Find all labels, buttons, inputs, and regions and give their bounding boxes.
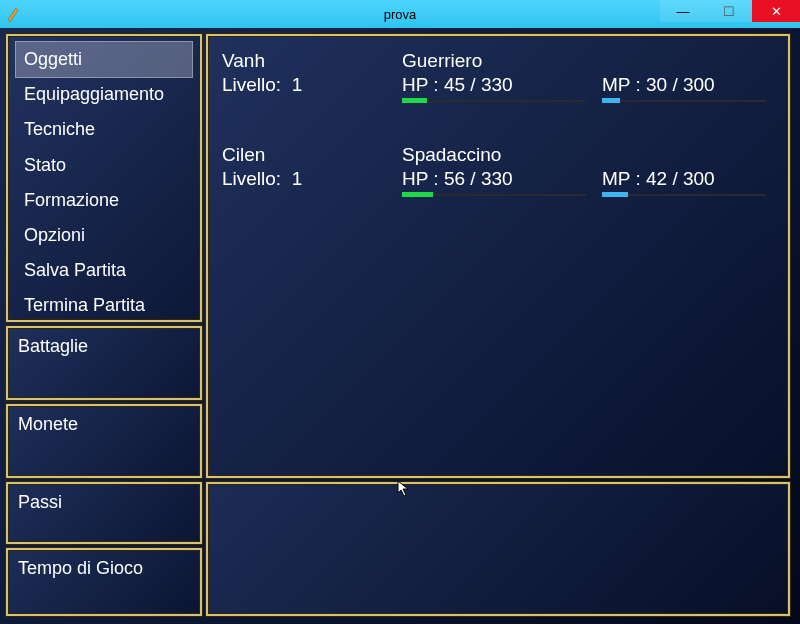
menu-item-items[interactable]: Oggetti (16, 42, 192, 77)
menu-item-label: Formazione (24, 190, 119, 210)
character-level: Livello: 1 (222, 74, 402, 96)
menu-item-end-game[interactable]: Termina Partita (16, 288, 192, 323)
mp-gauge-fill (602, 98, 620, 103)
maximize-button[interactable]: ☐ (706, 0, 752, 22)
hp-gauge-bg (402, 100, 586, 102)
minimize-button[interactable]: — (660, 0, 706, 22)
help-panel (206, 482, 790, 616)
character-hp: HP : 56 / 330 (402, 168, 602, 190)
coins-panel: Monete (6, 404, 202, 478)
character-class: Spadaccino (402, 144, 602, 166)
menu-item-options[interactable]: Opzioni (16, 218, 192, 253)
window-title: prova (384, 7, 417, 22)
character-class: Guerriero (402, 50, 602, 72)
menu-item-equipment[interactable]: Equipaggiamento (16, 77, 192, 112)
window-titlebar: prova — ☐ ✕ (0, 0, 800, 28)
menu-item-label: Equipaggiamento (24, 84, 164, 104)
app-icon (6, 6, 22, 22)
battles-panel: Battaglie (6, 326, 202, 400)
steps-panel: Passi (6, 482, 202, 544)
character-slot[interactable]: Vanh Guerriero Livello: 1 HP : 45 / 330 … (222, 50, 774, 96)
battles-label: Battaglie (18, 336, 190, 357)
coins-label: Monete (18, 414, 190, 435)
steps-label: Passi (18, 492, 190, 513)
menu-item-label: Tecniche (24, 119, 95, 139)
menu-item-label: Termina Partita (24, 295, 145, 315)
menu-item-save[interactable]: Salva Partita (16, 253, 192, 288)
hp-gauge-fill (402, 192, 433, 197)
menu-item-label: Oggetti (24, 49, 82, 69)
party-panel: Vanh Guerriero Livello: 1 HP : 45 / 330 … (206, 34, 790, 478)
character-name: Vanh (222, 50, 402, 72)
menu-item-formation[interactable]: Formazione (16, 183, 192, 218)
character-mp: MP : 42 / 300 (602, 168, 782, 190)
menu-item-status[interactable]: Stato (16, 148, 192, 183)
menu-item-label: Stato (24, 155, 66, 175)
playtime-label: Tempo di Gioco (18, 558, 190, 579)
character-slot[interactable]: Cilen Spadaccino Livello: 1 HP : 56 / 33… (222, 144, 774, 190)
character-mp: MP : 30 / 300 (602, 74, 782, 96)
mp-gauge-bg (602, 100, 766, 102)
close-button[interactable]: ✕ (752, 0, 800, 22)
hp-gauge-fill (402, 98, 427, 103)
character-hp: HP : 45 / 330 (402, 74, 602, 96)
game-viewport: Oggetti Equipaggiamento Tecniche Stato F… (0, 28, 800, 624)
menu-item-techniques[interactable]: Tecniche (16, 112, 192, 147)
character-name: Cilen (222, 144, 402, 166)
playtime-panel: Tempo di Gioco (6, 548, 202, 616)
character-level: Livello: 1 (222, 168, 402, 190)
main-menu-panel: Oggetti Equipaggiamento Tecniche Stato F… (6, 34, 202, 322)
menu-item-label: Opzioni (24, 225, 85, 245)
menu-item-label: Salva Partita (24, 260, 126, 280)
window-buttons: — ☐ ✕ (660, 0, 800, 22)
mp-gauge-fill (602, 192, 628, 197)
